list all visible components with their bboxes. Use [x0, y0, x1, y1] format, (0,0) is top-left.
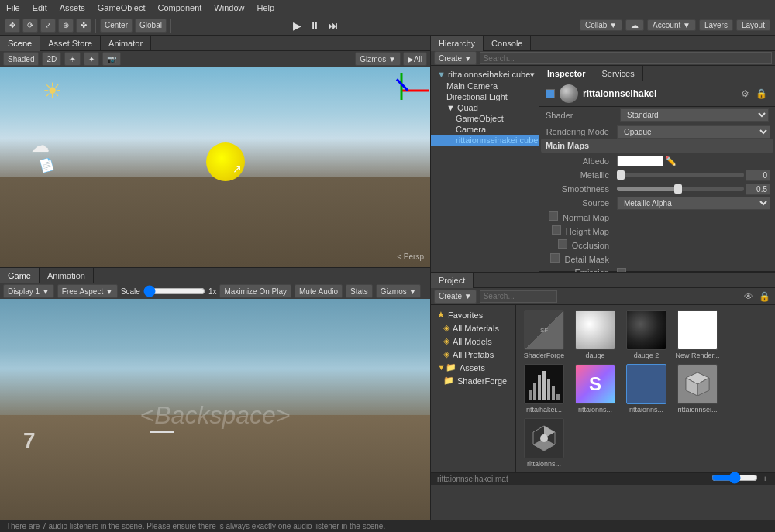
smoothness-num[interactable]: 0.5 [746, 184, 770, 195]
tab-animation[interactable]: Animation [40, 268, 94, 283]
transform-multi-btn[interactable]: ✤ [76, 19, 91, 33]
account-btn[interactable]: Account ▼ [647, 19, 696, 31]
asset-box3d[interactable]: rittaionnsei... [674, 364, 721, 414]
proj-shaderforge[interactable]: 📁 ShaderForge [431, 374, 515, 387]
smoothness-thumb[interactable] [674, 184, 682, 194]
occlusion-checkbox[interactable] [558, 239, 567, 249]
2d-btn[interactable]: 2D [42, 52, 61, 66]
asset-shaderforge[interactable]: SF ShaderForge [521, 310, 567, 359]
sun-icon: ☀ [43, 78, 62, 104]
asset-label-newrender: New Render... [675, 352, 719, 359]
hierarchy-item-scene[interactable]: ▼ rittaionnseihakei cube▾ [431, 69, 539, 81]
inspector-active-checkbox[interactable] [546, 89, 555, 98]
layers-btn[interactable]: Layers [699, 19, 733, 31]
smoothness-slider[interactable] [617, 187, 744, 191]
albedo-color[interactable] [617, 156, 663, 166]
asset-newrender[interactable]: New Render... [674, 310, 721, 359]
cam-btn[interactable]: 📷 [102, 52, 121, 66]
rendering-mode-dropdown[interactable]: Opaque [617, 125, 770, 139]
all-btn[interactable]: ▶All [403, 52, 427, 66]
hierarchy-create-btn[interactable]: Create ▼ [434, 51, 477, 65]
menu-component[interactable]: Component [151, 3, 208, 12]
game-content[interactable]: <Backspace> 7 [0, 299, 430, 530]
play-button[interactable]: ▶ [291, 19, 304, 32]
pause-button[interactable]: ⏸ [307, 19, 322, 32]
inspector-lock-btn[interactable]: 🔒 [754, 88, 769, 99]
shaded-btn[interactable]: Shaded [3, 52, 39, 66]
hierarchy-search[interactable] [480, 52, 772, 64]
proj-all-materials[interactable]: ◈ All Materials [431, 321, 515, 335]
project-lock2-btn[interactable]: 🔒 [757, 291, 772, 302]
asset-bluesphere[interactable]: rittaionns... [623, 364, 670, 414]
tab-animator[interactable]: Animator [101, 36, 151, 51]
asset-dauge2[interactable]: dauge 2 [623, 310, 670, 359]
step-button[interactable]: ⏭ [326, 19, 341, 32]
menu-window[interactable]: Window [208, 3, 250, 12]
hierarchy-item-cube[interactable]: rittaionnseihakei cube [431, 135, 539, 146]
albedo-eyedropper[interactable]: ✏️ [665, 156, 677, 166]
asset-dauge[interactable]: dauge [572, 310, 618, 359]
tab-game[interactable]: Game [0, 268, 40, 283]
menu-help[interactable]: Help [250, 3, 281, 12]
lighting-btn[interactable]: ☀ [64, 52, 81, 66]
menu-file[interactable]: File [0, 3, 26, 12]
tab-scene[interactable]: Scene [0, 36, 40, 51]
inspector-menu-btn[interactable]: ⚙ [739, 88, 751, 99]
menu-gameobject[interactable]: GameObject [91, 3, 152, 12]
metallic-num[interactable]: 0 [746, 170, 770, 181]
transform-rect-btn[interactable]: ⊕ [58, 19, 74, 33]
zoom-slider[interactable] [711, 475, 758, 481]
cloud-btn[interactable]: ☁ [625, 19, 644, 31]
asset-unitylogo[interactable]: rittaionns... [521, 418, 567, 468]
menu-edit[interactable]: Edit [26, 3, 53, 12]
aspect-btn[interactable]: Free Aspect ▼ [57, 284, 118, 298]
layout-btn[interactable]: Layout [736, 19, 770, 31]
game-gizmos-btn[interactable]: Gizmos ▼ [376, 284, 422, 298]
transform-rotate-btn[interactable]: ⟳ [22, 19, 38, 33]
metallic-slider[interactable] [617, 173, 744, 177]
tab-asset-store[interactable]: Asset Store [40, 36, 101, 51]
fx-btn[interactable]: ✦ [84, 52, 99, 66]
proj-all-models[interactable]: ◈ All Models [431, 335, 515, 348]
transform-scale-btn[interactable]: ⤢ [40, 19, 56, 33]
metallic-thumb[interactable] [617, 170, 625, 180]
transform-move-btn[interactable]: ✥ [5, 19, 20, 33]
hierarchy-item-camera[interactable]: Camera [431, 124, 539, 135]
hierarchy-item-gameobject[interactable]: GameObject [431, 113, 539, 124]
tab-project[interactable]: Project [431, 273, 474, 288]
scale-slider[interactable] [143, 287, 205, 295]
mute-btn[interactable]: Mute Audio [294, 284, 343, 298]
separator1 [95, 19, 96, 33]
project-zoom-controls: − + [701, 475, 769, 483]
zoom-in-btn[interactable]: + [761, 475, 769, 483]
project-search[interactable] [480, 290, 557, 303]
proj-all-prefabs[interactable]: ◈ All Prefabs [431, 348, 515, 361]
tab-services[interactable]: Services [594, 66, 643, 81]
tab-console[interactable]: Console [484, 36, 531, 51]
asset-rittaionns-s[interactable]: S rittaionns... [572, 364, 618, 414]
normalmap-checkbox[interactable] [549, 211, 558, 221]
hierarchy-item-maincam[interactable]: Main Camera [431, 81, 539, 91]
hierarchy-item-dirlight[interactable]: Directional Light [431, 91, 539, 102]
project-eye-btn[interactable]: 👁 [742, 291, 755, 302]
heightmap-checkbox[interactable] [552, 225, 561, 235]
tab-hierarchy[interactable]: Hierarchy [431, 36, 484, 51]
zoom-out-btn[interactable]: − [701, 475, 708, 483]
project-create-btn[interactable]: Create ▼ [434, 290, 477, 304]
stats-btn[interactable]: Stats [346, 284, 373, 298]
display-btn[interactable]: Display 1 ▼ [3, 284, 54, 298]
asset-rittaihakei[interactable]: rittaihakei... [521, 364, 567, 414]
game-number: 7 [23, 428, 36, 453]
detailmask-checkbox[interactable] [550, 253, 560, 263]
maximize-btn[interactable]: Maximize On Play [219, 284, 291, 298]
center-btn[interactable]: Center [100, 19, 133, 33]
collab-btn[interactable]: Collab ▼ [580, 19, 622, 31]
source-dropdown[interactable]: Metallic Alpha [617, 197, 770, 210]
global-btn[interactable]: Global [135, 19, 167, 33]
menu-assets[interactable]: Assets [53, 3, 91, 12]
shader-dropdown[interactable]: Standard [620, 108, 769, 122]
tab-inspector[interactable]: Inspector [539, 66, 594, 81]
hierarchy-item-quad[interactable]: ▼ Quad [431, 102, 539, 113]
gizmos-btn[interactable]: Gizmos ▼ [355, 52, 401, 66]
game-tabs: Game Animation [0, 268, 430, 283]
